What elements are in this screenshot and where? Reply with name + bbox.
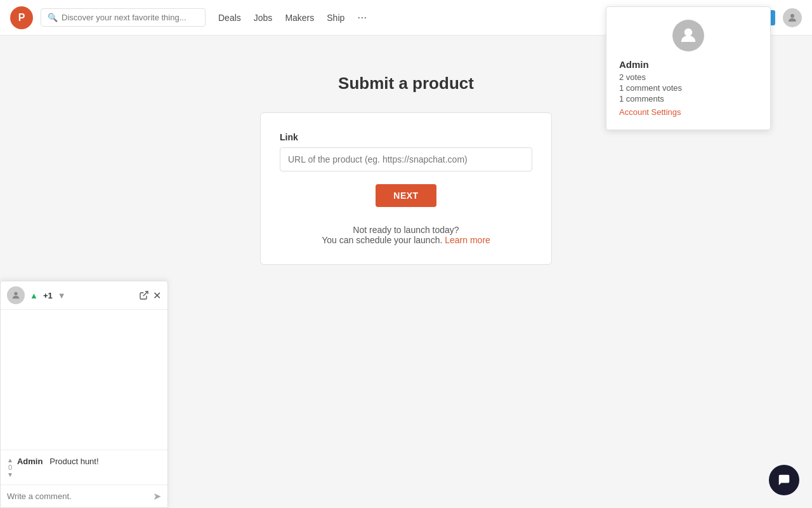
account-settings-link[interactable]: Account Settings (619, 107, 757, 117)
panel-upvote-icon[interactable]: ▲ (30, 291, 38, 300)
svg-point-2 (14, 292, 17, 295)
comment-entry: Admin Product hunt! (17, 457, 99, 466)
comment-input[interactable] (7, 491, 153, 501)
search-icon: 🔍 (48, 13, 58, 22)
next-button[interactable]: NEXT (376, 184, 436, 207)
nav-makers[interactable]: Makers (285, 13, 314, 23)
url-input[interactable] (280, 147, 532, 171)
search-input[interactable] (62, 13, 199, 22)
comment-input-row: ➤ (1, 485, 167, 507)
svg-point-1 (684, 29, 693, 37)
product-form-card: Link NEXT Not ready to launch today? You… (260, 112, 552, 265)
panel-share-button[interactable] (139, 290, 149, 300)
panel-downvote-icon[interactable]: ▼ (58, 291, 66, 300)
send-icon[interactable]: ➤ (153, 490, 161, 502)
panel-header: ▲ +1 ▼ ✕ (1, 281, 167, 310)
schedule-text: You can schedule your launch. (322, 235, 442, 245)
comment-upvote-icon[interactable]: ▲ (7, 457, 13, 464)
panel-vote-count: +1 (43, 291, 53, 300)
panel-body (1, 310, 167, 450)
nav-more[interactable]: ··· (357, 11, 367, 24)
panel-icons: ✕ (139, 290, 161, 302)
comment-author: Admin (17, 457, 43, 466)
comment-vote: ▲ 0 ▼ (7, 457, 13, 478)
not-ready-text: Not ready to launch today? (353, 225, 459, 235)
comment-downvote-icon[interactable]: ▼ (7, 471, 13, 478)
logo[interactable]: P (10, 6, 33, 29)
chat-bubble-button[interactable] (769, 465, 799, 495)
search-bar[interactable]: 🔍 (41, 8, 206, 27)
link-label: Link (280, 132, 532, 142)
nav-jobs[interactable]: Jobs (254, 13, 273, 23)
dropdown-comments: 1 comments (619, 94, 757, 104)
panel-avatar (7, 286, 25, 304)
bottom-panel: ▲ +1 ▼ ✕ ▲ 0 ▼ Admin Product hunt! ➤ (0, 281, 168, 508)
user-dropdown: Admin 2 votes 1 comment votes 1 comments… (606, 6, 771, 130)
dropdown-username: Admin (619, 59, 757, 70)
nav-ship[interactable]: Ship (327, 13, 344, 23)
main-nav: Deals Jobs Makers Ship ··· (218, 11, 367, 24)
user-avatar-button[interactable] (783, 8, 802, 27)
comment-content: Product hunt! (49, 457, 98, 466)
page-title: Submit a product (338, 74, 474, 93)
dropdown-comment-votes: 1 comment votes (619, 83, 757, 93)
svg-point-0 (790, 14, 794, 18)
panel-comments: ▲ 0 ▼ Admin Product hunt! (1, 450, 167, 485)
launch-info: Not ready to launch today? You can sched… (280, 225, 532, 245)
comment-vote-count: 0 (8, 464, 12, 471)
dropdown-votes: 2 votes (619, 72, 757, 82)
learn-more-link[interactable]: Learn more (445, 235, 490, 245)
panel-close-button[interactable]: ✕ (153, 290, 161, 302)
nav-deals[interactable]: Deals (218, 13, 241, 23)
dropdown-avatar (672, 20, 704, 51)
svg-line-3 (143, 291, 148, 296)
